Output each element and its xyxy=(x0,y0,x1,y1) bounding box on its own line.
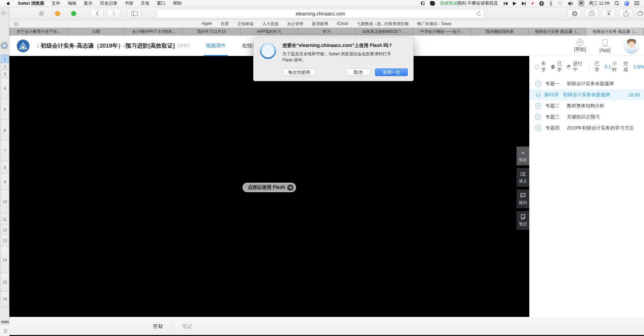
learned-icon xyxy=(551,65,554,69)
question-icon: ? xyxy=(577,39,583,46)
love-track-icon[interactable]: ♥ xyxy=(531,1,534,6)
forward-button[interactable] xyxy=(107,9,120,18)
handout-button[interactable]: 讲义 xyxy=(517,168,529,187)
lyrics-ticker[interactable]: 我痛恨成熟到 不要你望着我流 xyxy=(440,0,498,6)
browser-tab[interactable]: 关于会计教育行业产品... xyxy=(9,28,67,36)
menu-edit[interactable]: 编辑 xyxy=(68,0,76,6)
chinaacc-logo[interactable] xyxy=(17,40,30,52)
chapter-row[interactable]: + 专题三 关键知识点预习 xyxy=(529,111,644,122)
browser-tab[interactable]: 我的学习11月15 xyxy=(183,28,240,36)
menu-help[interactable]: 帮助 xyxy=(173,0,182,6)
rate-link[interactable]: [评价] xyxy=(177,43,190,49)
course-title[interactable]: 〈初级会计实务-高志谦（2019年）-预习进阶[高效取证] xyxy=(34,42,175,50)
volume-icon[interactable] xyxy=(568,1,574,6)
address-bar[interactable]: elearning.chinaacc.com xyxy=(157,9,484,18)
favorites-grid-icon[interactable] xyxy=(14,22,18,27)
history-button[interactable] xyxy=(585,9,599,18)
menubar-app-name[interactable]: Safari 浏览器 xyxy=(18,0,44,6)
chapter-row[interactable]: − 专题一 初级会计实务命题规律 xyxy=(529,78,644,89)
menu-history[interactable]: 历史记录 xyxy=(100,0,117,6)
play-icon[interactable] xyxy=(513,2,517,5)
browser-tab[interactable]: 中华会计网校——会计... xyxy=(413,28,471,36)
spotlight-search-icon[interactable] xyxy=(614,1,619,6)
music-app-menu-icon[interactable] xyxy=(430,1,435,6)
completion-percent: 2.8% xyxy=(633,64,644,69)
browser-tab[interactable]: 学习 xyxy=(298,28,356,36)
browser-tab[interactable]: 如何真正做到MECE？ ... xyxy=(356,28,413,36)
user-avatar[interactable] xyxy=(624,39,639,54)
grammarly-menu-icon[interactable]: G xyxy=(421,0,425,6)
input-method-icon[interactable]: 拼 xyxy=(579,1,584,6)
expand-chapter-icon[interactable]: + xyxy=(535,103,541,109)
favorite-mail[interactable]: 正保邮箱 xyxy=(237,21,254,27)
activate-flash-button[interactable]: 点按以使用 Flash xyxy=(243,183,296,192)
favorite-apple[interactable]: Apple xyxy=(202,21,212,27)
nav-video-courseware[interactable]: 视频课件 xyxy=(206,36,226,56)
list-item: 5 xyxy=(1,99,9,120)
background-numbered-list: 1 2 3 4 5 6 7 8 9 10 11 12 13 14 15 16 xyxy=(1,55,9,307)
list-item: 8 xyxy=(1,161,9,174)
list-item: 6 xyxy=(1,120,9,141)
use-every-time-button[interactable]: 每次均使用 xyxy=(282,68,316,76)
menubar-clock[interactable]: 周三 11:09 xyxy=(589,0,609,6)
minimize-window-button[interactable] xyxy=(55,11,60,16)
chapter-row[interactable]: + 专题四 2019年初级会计实务的学习方法 xyxy=(529,122,644,133)
menu-bookmarks[interactable]: 书签 xyxy=(125,0,133,6)
bluetooth-icon[interactable] xyxy=(549,1,552,6)
browser-tab[interactable]: 初级会计实务-高志谦（... xyxy=(529,28,586,36)
back-chevron[interactable]: 〈 xyxy=(34,43,39,49)
favorite-baidu[interactable]: 百度 xyxy=(221,21,229,27)
downloads-button[interactable] xyxy=(568,9,582,18)
siri-icon[interactable] xyxy=(624,1,629,6)
apple-menu-icon[interactable] xyxy=(6,1,10,6)
list-item: 14 xyxy=(1,246,9,273)
notification-center-icon[interactable] xyxy=(634,1,639,5)
tab-overview-button[interactable] xyxy=(636,9,644,18)
favorite-weibo[interactable]: 新浪微博 xyxy=(312,21,328,27)
expand-chapter-icon[interactable]: + xyxy=(535,125,541,131)
collapse-button[interactable]: »收起 xyxy=(517,147,529,165)
ask-question-button[interactable]: 提问 xyxy=(517,189,529,208)
chapter-row[interactable]: + 专题二 教材整体结构分析 xyxy=(529,100,644,111)
help-button[interactable]: ?[帮助] xyxy=(574,37,586,53)
favorite-oa[interactable]: 办公管理 xyxy=(287,21,303,27)
collapse-chapter-icon[interactable]: − xyxy=(535,81,541,87)
app-button[interactable]: [App] xyxy=(599,37,610,53)
close-window-button[interactable] xyxy=(39,11,44,16)
browser-tab[interactable]: 我的网校我的家 xyxy=(471,28,529,36)
browser-tab[interactable]: 会计网APPV7.8.0需求... xyxy=(125,28,183,36)
footer-tab-qa[interactable]: 答疑 xyxy=(144,323,172,330)
favorite-icloud[interactable]: iCloud xyxy=(337,21,348,27)
menu-file[interactable]: 文件 xyxy=(52,0,60,6)
favorites-view-button[interactable] xyxy=(602,9,616,18)
browser-tab[interactable]: 出勤 xyxy=(67,28,125,36)
list-item: 16 xyxy=(1,292,9,307)
expand-chapter-icon[interactable]: + xyxy=(535,114,541,120)
browser-tab[interactable]: APP我的学习 xyxy=(240,28,298,36)
favorite-hr[interactable]: 人力资源 xyxy=(262,21,278,27)
safari-compass-icon xyxy=(259,42,277,60)
next-track-icon[interactable] xyxy=(522,2,526,5)
notes-button[interactable]: 笔记 xyxy=(517,211,529,230)
tab-bar: 关于会计教育行业产品... 出勤 会计网APPV7.8.0需求... 我的学习1… xyxy=(9,28,644,36)
menu-develop[interactable]: 开发 xyxy=(141,0,150,6)
lecture-row-active[interactable]: 第01讲 初级会计实务命题规律 18:45 xyxy=(529,89,644,100)
globe-menu-icon[interactable] xyxy=(539,1,544,6)
menu-window[interactable]: 窗口 xyxy=(157,0,166,6)
sidebar-toggle-button[interactable] xyxy=(128,9,141,18)
menu-view[interactable]: 显示 xyxy=(84,0,93,6)
use-once-button[interactable]: 使用一次 xyxy=(375,68,408,76)
browser-tab-active[interactable]: 初级会计实务-高志谦（... xyxy=(586,28,644,36)
back-button[interactable] xyxy=(90,9,104,18)
cancel-button[interactable]: 取消 xyxy=(346,68,370,76)
reload-icon[interactable] xyxy=(477,11,481,17)
favorite-tower[interactable]: 蜂厂的项目 - Tower xyxy=(417,21,452,27)
video-player-area[interactable]: 点按以使用 Flash xyxy=(9,56,529,317)
wifi-icon[interactable] xyxy=(557,1,563,6)
list-icon xyxy=(520,171,526,177)
favorite-qimai[interactable]: 七麦数据（原...行榜查询官网 xyxy=(357,21,409,27)
share-button[interactable] xyxy=(619,9,633,18)
zoom-window-button[interactable] xyxy=(71,11,76,16)
footer-tab-notes[interactable]: 笔记 xyxy=(173,323,202,330)
previous-track-icon[interactable] xyxy=(503,2,508,5)
